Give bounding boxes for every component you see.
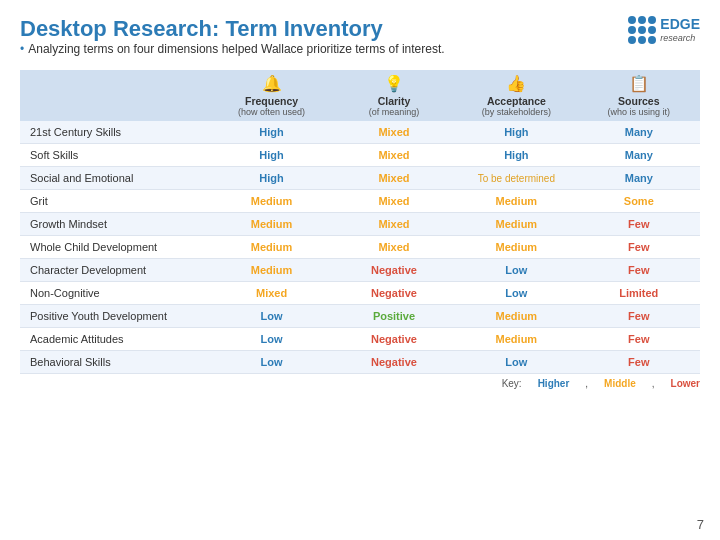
- data-cell: Many: [578, 144, 700, 167]
- key-label: Key:: [502, 378, 522, 389]
- data-cell: Low: [210, 351, 332, 374]
- col-sources: 📋 Sources (who is using it): [578, 70, 700, 121]
- data-cell: Mixed: [333, 190, 455, 213]
- dot9: [648, 36, 656, 44]
- header: Desktop Research: Term Inventory •Analyz…: [20, 16, 700, 64]
- data-cell: To be determined: [455, 167, 577, 190]
- dot6: [648, 26, 656, 34]
- table-row: Behavioral SkillsLowNegativeLowFew: [20, 351, 700, 374]
- dot7: [628, 36, 636, 44]
- data-cell: Low: [210, 305, 332, 328]
- data-cell: Few: [578, 236, 700, 259]
- data-cell: Medium: [455, 328, 577, 351]
- clarity-icon: 💡: [339, 74, 449, 93]
- data-cell: Medium: [210, 259, 332, 282]
- sources-icon: 📋: [584, 74, 694, 93]
- table-row: Positive Youth DevelopmentLowPositiveMed…: [20, 305, 700, 328]
- data-cell: Limited: [578, 282, 700, 305]
- dot2: [638, 16, 646, 24]
- logo-text-block: EDGE research: [660, 17, 700, 42]
- data-cell: High: [455, 144, 577, 167]
- key-high: Higher: [538, 378, 570, 389]
- term-cell: Soft Skills: [20, 144, 210, 167]
- term-cell: Social and Emotional: [20, 167, 210, 190]
- data-cell: Low: [455, 351, 577, 374]
- page: Desktop Research: Term Inventory •Analyz…: [0, 0, 720, 540]
- data-cell: Few: [578, 328, 700, 351]
- term-cell: Positive Youth Development: [20, 305, 210, 328]
- table-row: Growth MindsetMediumMixedMediumFew: [20, 213, 700, 236]
- data-cell: Mixed: [333, 167, 455, 190]
- data-cell: Medium: [455, 305, 577, 328]
- key-low: Lower: [671, 378, 700, 389]
- data-cell: Mixed: [210, 282, 332, 305]
- table-row: Soft SkillsHighMixedHighMany: [20, 144, 700, 167]
- table-row: Social and EmotionalHighMixedTo be deter…: [20, 167, 700, 190]
- data-cell: Some: [578, 190, 700, 213]
- frequency-icon: 🔔: [216, 74, 326, 93]
- data-cell: High: [455, 121, 577, 144]
- dot8: [638, 36, 646, 44]
- table-row: Character DevelopmentMediumNegativeLowFe…: [20, 259, 700, 282]
- data-cell: Positive: [333, 305, 455, 328]
- data-cell: Negative: [333, 259, 455, 282]
- page-title: Desktop Research: Term Inventory •Analyz…: [20, 16, 445, 64]
- table-header: 🔔 Frequency (how often used) 💡 Clarity (…: [20, 70, 700, 121]
- header-row: 🔔 Frequency (how often used) 💡 Clarity (…: [20, 70, 700, 121]
- data-cell: Medium: [455, 190, 577, 213]
- term-cell: Behavioral Skills: [20, 351, 210, 374]
- table-row: Non-CognitiveMixedNegativeLowLimited: [20, 282, 700, 305]
- term-table: 🔔 Frequency (how often used) 💡 Clarity (…: [20, 70, 700, 374]
- data-cell: High: [210, 167, 332, 190]
- data-cell: Few: [578, 351, 700, 374]
- term-cell: Grit: [20, 190, 210, 213]
- data-cell: Few: [578, 259, 700, 282]
- page-number: 7: [697, 517, 704, 532]
- dot4: [628, 26, 636, 34]
- col-frequency: 🔔 Frequency (how often used): [210, 70, 332, 121]
- data-cell: Mixed: [333, 144, 455, 167]
- logo-subtitle: research: [660, 33, 700, 43]
- data-cell: Mixed: [333, 121, 455, 144]
- term-cell: Non-Cognitive: [20, 282, 210, 305]
- data-cell: Negative: [333, 282, 455, 305]
- term-cell: Character Development: [20, 259, 210, 282]
- data-cell: Few: [578, 305, 700, 328]
- data-cell: Medium: [455, 213, 577, 236]
- key-separator2: ,: [652, 378, 655, 389]
- table-row: Academic AttitudesLowNegativeMediumFew: [20, 328, 700, 351]
- data-cell: Negative: [333, 351, 455, 374]
- key-separator1: ,: [585, 378, 588, 389]
- data-cell: Medium: [210, 213, 332, 236]
- logo-dots: [628, 16, 656, 44]
- term-cell: Academic Attitudes: [20, 328, 210, 351]
- table-body: 21st Century SkillsHighMixedHighManySoft…: [20, 121, 700, 374]
- data-cell: High: [210, 144, 332, 167]
- dot5: [638, 26, 646, 34]
- logo: EDGE research: [628, 16, 700, 44]
- data-cell: Low: [455, 259, 577, 282]
- data-cell: Low: [210, 328, 332, 351]
- col-clarity: 💡 Clarity (of meaning): [333, 70, 455, 121]
- data-cell: Mixed: [333, 236, 455, 259]
- data-cell: Mixed: [333, 213, 455, 236]
- table-row: Whole Child DevelopmentMediumMixedMedium…: [20, 236, 700, 259]
- data-cell: Many: [578, 121, 700, 144]
- term-cell: Growth Mindset: [20, 213, 210, 236]
- col-term: [20, 70, 210, 121]
- subtitle: •Analyzing terms on four dimensions help…: [20, 42, 445, 56]
- data-cell: Few: [578, 213, 700, 236]
- footer: Key: Higher , Middle , Lower: [20, 378, 700, 389]
- table-row: 21st Century SkillsHighMixedHighMany: [20, 121, 700, 144]
- logo-name: EDGE: [660, 17, 700, 32]
- bullet-icon: •: [20, 42, 24, 56]
- title-text: Desktop Research: Term Inventory: [20, 16, 445, 42]
- key-mid: Middle: [604, 378, 636, 389]
- term-cell: Whole Child Development: [20, 236, 210, 259]
- data-cell: Medium: [455, 236, 577, 259]
- term-cell: 21st Century Skills: [20, 121, 210, 144]
- dot1: [628, 16, 636, 24]
- data-cell: Low: [455, 282, 577, 305]
- data-cell: High: [210, 121, 332, 144]
- col-acceptance: 👍 Acceptance (by stakeholders): [455, 70, 577, 121]
